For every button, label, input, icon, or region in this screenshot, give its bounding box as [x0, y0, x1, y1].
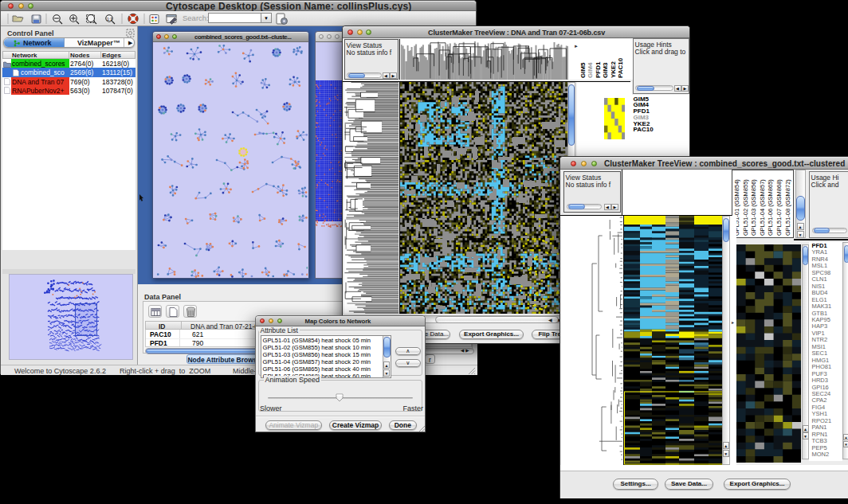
svg-text:1:1: 1:1: [107, 17, 112, 21]
